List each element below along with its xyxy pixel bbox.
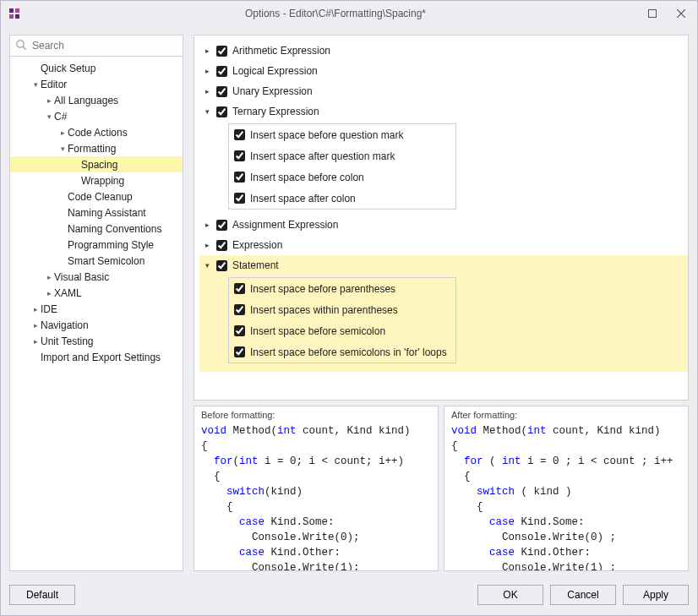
tree-item-label: Naming Assistant <box>68 207 146 219</box>
option-label: Assignment Expression <box>232 219 338 231</box>
tree-item[interactable]: Code Cleanup <box>10 188 183 204</box>
options-dialog: Options - Editor\C#\Formatting\Spacing* … <box>0 0 698 616</box>
tree-item-label: Naming Conventions <box>68 223 161 235</box>
tree-item[interactable]: Spacing <box>10 156 183 172</box>
sub-option-row[interactable]: Insert space after colon <box>229 188 455 209</box>
tree-arrow-icon: ▸ <box>44 273 54 281</box>
search-input[interactable] <box>10 35 183 56</box>
apply-button[interactable]: Apply <box>623 585 689 605</box>
tree-item[interactable]: ▾C# <box>10 108 183 124</box>
option-checkbox[interactable] <box>216 260 227 271</box>
tree-item[interactable]: Naming Assistant <box>10 204 183 221</box>
tree-item[interactable]: Smart Semicolon <box>10 253 183 269</box>
tree-item[interactable]: ▸All Languages <box>10 92 183 108</box>
sub-option-label: Insert space before parentheses <box>250 283 395 295</box>
tree-item[interactable]: ▾Editor <box>10 76 183 92</box>
nav-tree[interactable]: Quick Setup▾Editor▸All Languages▾C#▸Code… <box>10 57 183 570</box>
tree-arrow-icon: ▸ <box>30 321 41 330</box>
tree-arrow-icon: ▸ <box>44 96 54 105</box>
caret-right-icon[interactable]: ▸ <box>201 67 213 75</box>
option-label: Arithmetic Expression <box>232 45 330 57</box>
tree-item[interactable]: ▸Visual Basic <box>10 269 183 285</box>
tree-item-label: Import and Export Settings <box>41 352 161 363</box>
option-checkbox[interactable] <box>216 240 227 251</box>
caret-down-icon[interactable]: ▾ <box>201 107 213 116</box>
sub-option-row[interactable]: Insert space before semicolon <box>229 320 455 341</box>
sub-option-row[interactable]: Insert space before semicolons in 'for' … <box>229 341 455 363</box>
footer: Default OK Cancel Apply <box>1 580 697 615</box>
sub-option-label: Insert space after question mark <box>250 150 395 162</box>
default-button[interactable]: Default <box>9 585 75 605</box>
sidebar: Quick Setup▾Editor▸All Languages▾C#▸Code… <box>9 35 183 571</box>
tree-item-label: Visual Basic <box>54 271 109 283</box>
sub-option-checkbox[interactable] <box>234 172 245 183</box>
option-label: Ternary Expression <box>232 106 319 117</box>
option-row[interactable]: ▾Statement <box>199 255 688 275</box>
close-button[interactable] <box>670 5 692 22</box>
tree-item[interactable]: ▸XAML <box>10 285 183 301</box>
tree-item[interactable]: ▸Code Actions <box>10 124 183 140</box>
tree-item-label: Navigation <box>41 319 89 331</box>
tree-item-label: Programming Style <box>68 239 154 251</box>
sub-option-row[interactable]: Insert spaces within parentheses <box>229 299 455 320</box>
maximize-button[interactable] <box>641 5 663 22</box>
svg-point-3 <box>17 41 24 47</box>
option-row[interactable]: ▾Ternary Expression <box>199 101 688 122</box>
tree-item[interactable]: Import and Export Settings <box>10 349 183 365</box>
content-area: Quick Setup▾Editor▸All Languages▾C#▸Code… <box>1 26 697 580</box>
after-title: After formatting: <box>444 406 688 423</box>
sub-option-row[interactable]: Insert space before question mark <box>229 124 455 145</box>
search-box <box>10 35 183 57</box>
option-checkbox[interactable] <box>216 66 227 77</box>
after-code-scroll[interactable]: void Method(int count, Kind kind) { for … <box>444 423 688 570</box>
option-checkbox[interactable] <box>216 86 227 97</box>
sub-option-checkbox[interactable] <box>234 346 245 357</box>
tree-item[interactable]: ▸Unit Testing <box>10 333 183 349</box>
option-row[interactable]: ▸Arithmetic Expression <box>199 41 688 61</box>
options-list[interactable]: ▸Arithmetic Expression▸Logical Expressio… <box>194 35 688 400</box>
caret-right-icon[interactable]: ▸ <box>201 221 213 229</box>
caret-right-icon[interactable]: ▸ <box>201 46 213 55</box>
option-subgroup: Insert space before parenthesesInsert sp… <box>228 277 456 363</box>
sub-option-label: Insert space before semicolon <box>250 325 385 337</box>
tree-item[interactable]: Programming Style <box>10 237 183 253</box>
caret-right-icon[interactable]: ▸ <box>201 241 213 249</box>
tree-item[interactable]: ▾Formatting <box>10 140 183 156</box>
sub-option-checkbox[interactable] <box>234 304 245 315</box>
caret-down-icon[interactable]: ▾ <box>201 261 213 270</box>
sub-option-row[interactable]: Insert space after question mark <box>229 145 455 166</box>
option-checkbox[interactable] <box>216 220 227 231</box>
tree-item[interactable]: ▸Navigation <box>10 317 183 333</box>
tree-item[interactable]: Quick Setup <box>10 60 183 76</box>
tree-item[interactable]: ▸IDE <box>10 301 183 317</box>
caret-right-icon[interactable]: ▸ <box>201 87 213 95</box>
option-row[interactable]: ▸Expression <box>199 235 688 255</box>
app-logo-icon <box>6 5 23 22</box>
tree-arrow-icon: ▾ <box>30 80 41 89</box>
before-code-scroll[interactable]: void Method(int count, Kind kind) { for(… <box>194 423 438 570</box>
option-row[interactable]: ▸Assignment Expression <box>199 215 688 235</box>
option-checkbox[interactable] <box>216 106 227 117</box>
cancel-button[interactable]: Cancel <box>550 585 616 605</box>
option-row[interactable]: ▸Unary Expression <box>199 81 688 101</box>
tree-item[interactable]: Wrapping <box>10 172 183 188</box>
sub-option-checkbox[interactable] <box>234 150 245 161</box>
sub-option-checkbox[interactable] <box>234 129 245 140</box>
svg-rect-0 <box>649 10 657 18</box>
sub-option-row[interactable]: Insert space before parentheses <box>229 278 455 299</box>
tree-item[interactable]: Naming Conventions <box>10 221 183 237</box>
tree-item-label: Wrapping <box>81 175 124 187</box>
option-row[interactable]: ▸Logical Expression <box>199 61 688 81</box>
sub-option-row[interactable]: Insert space before colon <box>229 166 455 188</box>
sub-option-checkbox[interactable] <box>234 283 245 294</box>
sub-option-label: Insert space before question mark <box>250 129 403 141</box>
tree-item-label: XAML <box>54 287 82 299</box>
tree-item-label: Code Cleanup <box>68 191 133 203</box>
main-panel: ▸Arithmetic Expression▸Logical Expressio… <box>194 35 689 571</box>
sub-option-checkbox[interactable] <box>234 325 245 336</box>
option-checkbox[interactable] <box>216 46 227 57</box>
sub-option-label: Insert spaces within parentheses <box>250 304 398 316</box>
sub-option-checkbox[interactable] <box>234 193 245 204</box>
ok-button[interactable]: OK <box>477 585 543 605</box>
after-code: void Method(int count, Kind kind) { for … <box>451 423 681 570</box>
